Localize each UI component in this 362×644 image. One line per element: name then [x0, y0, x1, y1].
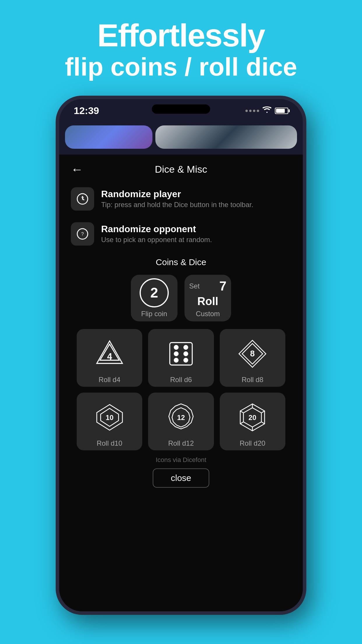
d6-label: Roll d6 — [170, 376, 192, 384]
footer-area: Icons via Dicefont close — [59, 453, 303, 494]
d8-label: Roll d8 — [242, 376, 263, 384]
d10-label: Roll d10 — [97, 439, 122, 447]
nav-header: ← Dice & Misc — [59, 155, 303, 181]
headline-main: Effortlessly — [0, 18, 362, 53]
custom-bottom-label: Custom — [189, 310, 226, 318]
custom-roll-text-wrap: Roll — [189, 295, 226, 308]
custom-roll-button[interactable]: Set 7 Roll Custom — [184, 275, 231, 321]
svg-point-13 — [184, 358, 188, 362]
d10-icon-wrap: 10 — [91, 398, 129, 436]
d20-label: Roll d20 — [240, 439, 265, 447]
randomize-player-text: Randomize player Tip: press and hold the… — [101, 189, 253, 209]
custom-roll-text: Roll — [189, 295, 226, 308]
randomize-opponent-item[interactable]: ? Randomize opponent Use to pick an oppo… — [59, 216, 303, 251]
d12-label: Roll d12 — [168, 439, 194, 447]
svg-point-10 — [174, 352, 178, 356]
custom-top: Set 7 — [189, 279, 226, 293]
svg-line-30 — [240, 411, 244, 413]
svg-point-9 — [184, 345, 188, 349]
close-button[interactable]: close — [153, 468, 209, 488]
d8-icon-wrap: 8 — [233, 335, 271, 373]
status-icons — [245, 106, 288, 115]
randomize-player-subtitle: Tip: press and hold the Dice button in t… — [101, 201, 253, 209]
roll-d4-button[interactable]: 4 Roll d4 — [77, 329, 142, 387]
coin-row: 2 Flip coin Set 7 Roll Custom — [59, 270, 303, 326]
svg-text:12: 12 — [177, 414, 185, 421]
d4-label: Roll d4 — [99, 376, 120, 384]
camera-strip-right — [155, 125, 297, 149]
svg-text:10: 10 — [106, 414, 113, 421]
svg-rect-7 — [170, 342, 192, 365]
svg-point-8 — [174, 345, 178, 349]
randomize-player-title: Randomize player — [101, 189, 253, 200]
svg-text:?: ? — [81, 196, 84, 201]
svg-point-12 — [174, 358, 178, 362]
randomize-opponent-subtitle: Use to pick an opponent at random. — [101, 236, 212, 244]
d12-icon-wrap: 12 — [162, 398, 200, 436]
randomize-opponent-icon: ? — [71, 222, 94, 246]
headline-area: Effortlessly flip coins / roll dice — [0, 0, 362, 93]
svg-line-29 — [240, 422, 244, 424]
icons-credit: Icons via Dicefont — [156, 456, 206, 464]
coins-dice-header: Coins & Dice — [59, 251, 303, 270]
randomize-opponent-title: Randomize opponent — [101, 224, 212, 235]
d6-icon-wrap — [162, 335, 200, 373]
headline-sub: flip coins / roll dice — [0, 53, 362, 81]
signal-dots — [245, 110, 259, 112]
camera-strips — [59, 125, 303, 152]
svg-text:20: 20 — [249, 414, 256, 421]
camera-strip-left — [65, 125, 152, 149]
nav-title: Dice & Misc — [155, 164, 207, 175]
roll-d10-button[interactable]: 10 Roll d10 — [77, 393, 142, 450]
set-label: Set — [189, 282, 200, 290]
d20-icon-wrap: 20 — [233, 398, 271, 436]
svg-text:?: ? — [81, 232, 84, 237]
flip-coin-button[interactable]: 2 Flip coin — [131, 275, 178, 321]
battery-icon — [275, 108, 288, 114]
coin-circle: 2 — [140, 278, 169, 307]
app-content: ← Dice & Misc ? Randomize player Tip: pr… — [59, 155, 303, 611]
back-button[interactable]: ← — [71, 163, 83, 176]
randomize-opponent-text: Randomize opponent Use to pick an oppone… — [101, 224, 212, 244]
dice-grid: 4 Roll d4 — [59, 326, 303, 453]
dynamic-island — [152, 104, 210, 114]
svg-text:8: 8 — [250, 349, 255, 358]
phone-frame: 12:39 ← Dice & — [56, 96, 306, 615]
d4-icon-wrap: 4 — [91, 335, 129, 373]
custom-number: 7 — [219, 279, 226, 293]
roll-d8-button[interactable]: 8 Roll d8 — [220, 329, 285, 387]
randomize-player-icon: ? — [71, 187, 94, 211]
wifi-icon — [263, 106, 271, 115]
roll-d20-button[interactable]: 20 Roll d20 — [220, 393, 285, 450]
svg-text:4: 4 — [107, 351, 112, 362]
status-time: 12:39 — [74, 105, 99, 116]
randomize-player-item[interactable]: ? Randomize player Tip: press and hold t… — [59, 181, 303, 216]
svg-point-11 — [184, 352, 188, 356]
svg-line-27 — [261, 422, 265, 424]
roll-d12-button[interactable]: 12 Roll d12 — [148, 393, 214, 450]
flip-coin-label: Flip coin — [141, 310, 167, 318]
roll-d6-button[interactable]: Roll d6 — [148, 329, 214, 387]
svg-line-26 — [261, 411, 265, 413]
